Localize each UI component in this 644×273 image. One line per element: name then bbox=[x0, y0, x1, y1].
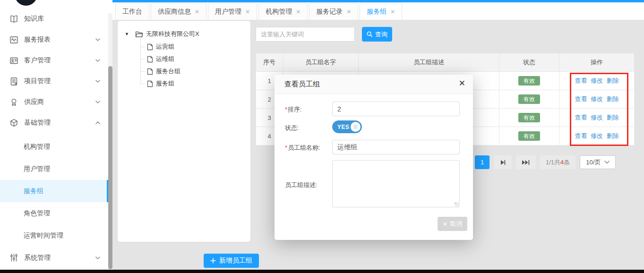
close-icon[interactable]: ✕ bbox=[346, 9, 351, 15]
sidebar-item-org-management[interactable]: 机构管理 bbox=[0, 136, 109, 158]
sidebar-item-operating-time-management[interactable]: 运营时间管理 bbox=[0, 224, 109, 247]
sidebar-subitem-label: 角色管理 bbox=[24, 209, 50, 218]
next-page-button[interactable] bbox=[494, 155, 512, 169]
tree-node-operations-group[interactable]: 运营组 bbox=[118, 41, 250, 53]
sidebar-menu: 知识库 服务报表 客户管理 项目管理 供应商 bbox=[0, 9, 109, 269]
edit-link[interactable]: 修改 bbox=[591, 95, 603, 102]
status-badge: 有效 bbox=[518, 94, 540, 104]
tree-root-node[interactable]: ▼ 无限科技有限公司X bbox=[118, 27, 250, 41]
view-link[interactable]: 查看 bbox=[575, 95, 587, 102]
tab-service-group[interactable]: 服务组 ✕ bbox=[360, 3, 402, 20]
close-icon[interactable]: ✕ bbox=[390, 9, 395, 15]
add-employee-group-button[interactable]: 新增员工组 bbox=[204, 254, 259, 268]
sort-input[interactable] bbox=[332, 102, 460, 116]
view-link[interactable]: 查看 bbox=[575, 132, 587, 139]
status-badge: 有效 bbox=[518, 131, 540, 141]
sidebar-item-supplier[interactable]: 供应商 bbox=[0, 92, 109, 112]
tab-workbench[interactable]: 工作台 bbox=[115, 3, 149, 20]
close-icon[interactable]: ✕ bbox=[195, 9, 199, 15]
chevron-down-icon bbox=[95, 59, 100, 62]
edit-link[interactable]: 修改 bbox=[591, 114, 603, 121]
sidebar-item-role-management[interactable]: 角色管理 bbox=[0, 202, 109, 224]
file-icon bbox=[147, 43, 153, 51]
pagination: 1 1/1共4条 10/页 bbox=[475, 155, 616, 169]
view-link[interactable]: 查看 bbox=[575, 114, 587, 121]
close-icon: ✕ bbox=[443, 221, 448, 228]
folder-open-icon bbox=[135, 31, 143, 38]
close-icon[interactable]: ✕ bbox=[296, 9, 301, 15]
tab-label: 用户管理 bbox=[215, 8, 241, 16]
search-button[interactable]: 查询 bbox=[362, 27, 392, 42]
page-number-button[interactable]: 1 bbox=[475, 155, 489, 169]
pagination-info-count: 4 bbox=[560, 159, 564, 166]
delete-link[interactable]: 删除 bbox=[607, 77, 619, 84]
sidebar-subitem-label: 服务组 bbox=[24, 187, 43, 196]
modal-title: 查看员工组 bbox=[284, 80, 320, 89]
sidebar-item-customer-management[interactable]: 客户管理 bbox=[0, 50, 109, 71]
tree-node-servicedesk-group[interactable]: 服务台组 bbox=[118, 65, 250, 77]
sidebar-item-label: 系统管理 bbox=[24, 254, 51, 262]
sidebar-item-system-management[interactable]: 系统管理 bbox=[0, 247, 109, 269]
sidebar-item-label: 服务报表 bbox=[24, 35, 51, 44]
close-icon[interactable]: ✕ bbox=[245, 9, 250, 15]
sidebar-subitem-label: 运营时间管理 bbox=[24, 231, 63, 240]
view-link[interactable]: 查看 bbox=[575, 77, 587, 84]
status-toggle[interactable]: YES bbox=[332, 120, 362, 133]
sidebar-item-knowledge-base[interactable]: 知识库 bbox=[0, 9, 109, 29]
sidebar-item-project-management[interactable]: 项目管理 bbox=[0, 71, 109, 92]
page-size-select[interactable]: 10/页 bbox=[580, 155, 616, 169]
sidebar-scrollbar-thumb[interactable] bbox=[108, 66, 112, 269]
tab-bar: 工作台 供应商信息 ✕ 用户管理 ✕ 机构管理 ✕ 服务记录 ✕ 服务组 ✕ bbox=[112, 2, 644, 20]
sidebar-item-label: 项目管理 bbox=[24, 77, 51, 85]
tree-node-maintenance-group[interactable]: 运维组 bbox=[118, 53, 250, 65]
delete-link[interactable]: 删除 bbox=[607, 114, 619, 121]
resize-handle-icon[interactable] bbox=[455, 202, 459, 206]
tab-supplier-info[interactable]: 供应商信息 ✕ bbox=[151, 3, 206, 20]
edit-link[interactable]: 修改 bbox=[591, 77, 603, 84]
sidebar-item-basic-management[interactable]: 基础管理 bbox=[0, 112, 109, 133]
sidebar-item-label: 知识库 bbox=[24, 15, 44, 23]
modal-header: 查看员工组 ✕ bbox=[275, 75, 473, 94]
book-icon bbox=[9, 15, 18, 24]
tab-user-management[interactable]: 用户管理 ✕ bbox=[208, 3, 257, 20]
delete-link[interactable]: 删除 bbox=[607, 95, 619, 102]
logo-avatar bbox=[15, 0, 37, 6]
tab-label: 服务组 bbox=[367, 8, 386, 16]
status-badge: 有效 bbox=[518, 76, 540, 85]
tree-node-service-group[interactable]: 服务组 bbox=[118, 77, 250, 90]
sidebar-item-service-reports[interactable]: 服务报表 bbox=[0, 29, 109, 50]
page-size-value: 10/页 bbox=[586, 158, 601, 167]
group-name-input[interactable] bbox=[332, 140, 460, 154]
sidebar-item-service-group[interactable]: 服务组 bbox=[0, 180, 109, 202]
tab-service-records[interactable]: 服务记录 ✕ bbox=[309, 3, 358, 20]
tab-label: 工作台 bbox=[122, 8, 142, 16]
tree-node-label: 运营组 bbox=[156, 43, 174, 51]
tab-org-management[interactable]: 机构管理 ✕ bbox=[258, 3, 308, 20]
desc-field-label: 员工组描述: bbox=[285, 181, 318, 189]
caret-down-icon[interactable]: ▼ bbox=[125, 32, 129, 36]
pagination-info-prefix: 1/1共 bbox=[546, 158, 560, 167]
col-header-name: 员工组名字 bbox=[283, 53, 359, 72]
cell-status: 有效 bbox=[499, 90, 559, 109]
last-page-button[interactable] bbox=[516, 155, 536, 169]
close-icon[interactable]: ✕ bbox=[459, 79, 465, 87]
required-asterisk: * bbox=[285, 144, 287, 151]
toggle-label: YES bbox=[337, 124, 350, 130]
tab-label: 服务记录 bbox=[316, 8, 343, 16]
file-icon bbox=[147, 56, 153, 63]
chevron-down-icon bbox=[604, 161, 610, 164]
main-panel: ▼ 无限科技有限公司X 运营组 运维组 服务台组 bbox=[112, 20, 644, 273]
sidebar-subitem-label: 机构管理 bbox=[24, 143, 50, 151]
last-page-icon bbox=[522, 160, 530, 165]
sidebar-item-user-management[interactable]: 用户管理 bbox=[0, 158, 109, 180]
app-window: 知识库 服务报表 客户管理 项目管理 供应商 bbox=[0, 0, 644, 273]
search-input[interactable] bbox=[256, 27, 355, 42]
cancel-button[interactable]: ✕ 取消 bbox=[438, 217, 467, 231]
edit-link[interactable]: 修改 bbox=[591, 132, 603, 139]
delete-link[interactable]: 删除 bbox=[607, 132, 619, 139]
org-tree-panel: ▼ 无限科技有限公司X 运营组 运维组 服务台组 bbox=[117, 20, 251, 242]
sidebar-item-label: 基础管理 bbox=[24, 119, 51, 127]
table-header-row: 序号 员工组名字 员工组描述 状态 操作 bbox=[256, 53, 635, 72]
group-desc-textarea[interactable] bbox=[332, 160, 460, 207]
col-header-index: 序号 bbox=[256, 53, 283, 72]
